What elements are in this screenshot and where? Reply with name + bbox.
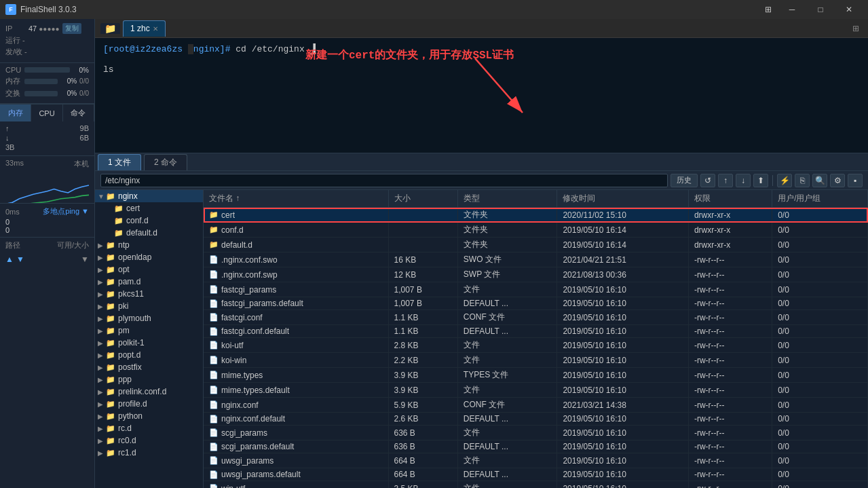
- col-perm[interactable]: 权限: [688, 190, 772, 208]
- tree-item[interactable]: 📁cert: [95, 202, 203, 214]
- table-row[interactable]: 📄 uwsgi_params.default 664 B DEFAULT ...…: [204, 468, 868, 481]
- chart-area: 33ms 本机 34 32.5 31: [0, 156, 94, 204]
- tree-item[interactable]: ▶📁openldap: [95, 251, 203, 263]
- table-row[interactable]: 📄 koi-win 2.2 KB 文件 2019/05/10 16:10 -rw…: [204, 353, 868, 368]
- maximize-button[interactable]: □: [807, 0, 834, 19]
- table-row[interactable]: 📄 fastcgi_params.default 1,007 B DEFAULT…: [204, 297, 868, 310]
- tree-item[interactable]: ▶📁polkit-1: [95, 337, 203, 349]
- tab-close-icon[interactable]: ✕: [153, 25, 158, 33]
- collapse-arrow[interactable]: ▼: [81, 255, 89, 264]
- close-button[interactable]: ✕: [835, 0, 863, 19]
- folder-icon: 📁: [106, 290, 115, 299]
- multiping-label[interactable]: 多地点ping ▼: [43, 206, 89, 217]
- tree-item[interactable]: ▶📁python: [95, 410, 203, 422]
- col-owner[interactable]: 用户/用户组: [772, 190, 868, 208]
- col-filename[interactable]: 文件名 ↑: [204, 190, 388, 208]
- tree-item[interactable]: ▶📁opt: [95, 263, 203, 276]
- status-area: IP 47 ●●●●● 复制 运行 - 发/收 -: [0, 19, 94, 63]
- tabbar-right: ⊞: [849, 22, 868, 35]
- table-row[interactable]: 📁 default.d 文件夹 2019/05/10 16:14 drwxr-x…: [204, 238, 868, 252]
- tree-item[interactable]: ▶📁rc1.d: [95, 447, 203, 459]
- download-button[interactable]: ↓: [736, 174, 751, 187]
- terminal[interactable]: [root@iz2zea6zs nginx]# cd /etc/nginx ▋ …: [95, 38, 868, 153]
- main-area: 📁 1 zhc ✕ ⊞ [root@iz2zea6zs nginx]# cd /…: [95, 19, 868, 488]
- table-row[interactable]: 📄 nginx.conf 5.9 KB CONF 文件 2021/03/21 1…: [204, 398, 868, 413]
- tree-item[interactable]: ▶📁prelink.conf.d: [95, 386, 203, 398]
- nav-storage-button[interactable]: 内存: [0, 104, 31, 121]
- terminal-button[interactable]: ▪: [848, 174, 863, 187]
- minimize-button[interactable]: ─: [778, 0, 806, 19]
- tree-item[interactable]: ▶📁pam.d: [95, 276, 203, 288]
- ip-row: IP 47 ●●●●● 复制: [5, 23, 89, 34]
- tree-item[interactable]: 📁default.d: [95, 227, 203, 239]
- cell-size: 5.9 KB: [388, 398, 457, 413]
- up-arrow[interactable]: ▲: [5, 255, 14, 264]
- table-row[interactable]: 📄 scgi_params.default 636 B DEFAULT ... …: [204, 440, 868, 453]
- col-type[interactable]: 类型: [457, 190, 557, 208]
- tree-item-label: opt: [118, 265, 130, 274]
- running-label: 运行 -: [5, 35, 26, 45]
- tree-item[interactable]: 📁conf.d: [95, 214, 203, 227]
- table-row[interactable]: 📄 nginx.conf.default 2.6 KB DEFAULT ... …: [204, 413, 868, 426]
- tree-item[interactable]: ▶📁rc.d: [95, 422, 203, 434]
- tree-item[interactable]: ▼📁nginx: [95, 190, 203, 202]
- tree-item[interactable]: ▶📁pki: [95, 300, 203, 312]
- settings-button[interactable]: ⚙: [830, 174, 845, 187]
- col-size[interactable]: 大小: [388, 190, 457, 208]
- table-row[interactable]: 📄 fastcgi.conf 1.1 KB CONF 文件 2019/05/10…: [204, 310, 868, 325]
- copy-button[interactable]: 复制: [62, 23, 81, 34]
- path-input[interactable]: [100, 174, 668, 187]
- tree-item-label: pki: [118, 301, 128, 311]
- copy-path-button[interactable]: ⎘: [795, 174, 810, 187]
- tree-item[interactable]: ▶📁pm: [95, 324, 203, 337]
- folder-icon: 📁: [106, 265, 115, 274]
- upload-button[interactable]: ↑: [718, 174, 733, 187]
- table-row[interactable]: 📄 scgi_params 636 B 文件 2019/05/10 16:10 …: [204, 426, 868, 440]
- cell-size: 3.9 KB: [388, 368, 457, 383]
- cell-modified: 2019/05/10 16:10: [557, 282, 688, 297]
- nav-cmd-button[interactable]: 命令: [63, 104, 94, 121]
- lightning-icon[interactable]: ⚡: [777, 174, 792, 187]
- table-row[interactable]: 📄 uwsgi_params 664 B 文件 2019/05/10 16:10…: [204, 453, 868, 468]
- nav-cpu-button[interactable]: CPU: [31, 104, 62, 121]
- history-button[interactable]: 历史: [671, 174, 698, 187]
- tree-item[interactable]: ▶📁plymouth: [95, 312, 203, 324]
- table-row[interactable]: 📄 .nginx.conf.swp 12 KB SWP 文件 2021/08/1…: [204, 267, 868, 282]
- table-row[interactable]: 📄 fastcgi.conf.default 1.1 KB DEFAULT ..…: [204, 325, 868, 338]
- grid-layout-icon[interactable]: ⊞: [759, 0, 777, 19]
- tree-item[interactable]: ▶📁postfix: [95, 361, 203, 373]
- refresh-button[interactable]: ↺: [700, 174, 715, 187]
- tree-item[interactable]: ▶📁popt.d: [95, 349, 203, 361]
- table-row[interactable]: 📁 conf.d 文件夹 2019/05/10 16:14 drwxr-xr-x…: [204, 223, 868, 238]
- cell-modified: 2019/05/10 16:10: [557, 413, 688, 426]
- down-arrow[interactable]: ▼: [16, 255, 24, 264]
- filename-label: koi-win: [221, 356, 246, 365]
- cell-modified: 2019/05/10 16:10: [557, 426, 688, 440]
- col-modified[interactable]: 修改时间: [557, 190, 688, 208]
- tree-item[interactable]: ▶📁rc0.d: [95, 434, 203, 447]
- table-row[interactable]: 📁 cert 文件夹 2020/11/02 15:10 drwxr-xr-x 0…: [204, 208, 868, 223]
- fm-tab-commands[interactable]: 2 命令: [144, 154, 187, 170]
- tree-item[interactable]: ▶📁profile.d: [95, 398, 203, 410]
- table-row[interactable]: 📄 .nginx.conf.swo 16 KB SWO 文件 2021/04/2…: [204, 252, 868, 267]
- search-button[interactable]: 🔍: [812, 174, 827, 187]
- table-row[interactable]: 📄 fastcgi_params 1,007 B 文件 2019/05/10 1…: [204, 282, 868, 297]
- cell-filename: 📄 scgi_params.default: [204, 440, 388, 453]
- tree-item[interactable]: ▶📁pkcs11: [95, 288, 203, 300]
- tab-zhc[interactable]: 1 zhc ✕: [123, 20, 166, 37]
- table-row[interactable]: 📄 koi-utf 2.8 KB 文件 2019/05/10 16:10 -rw…: [204, 338, 868, 353]
- cell-perm: -rw-r--r--: [688, 440, 772, 453]
- folder-tab-icon[interactable]: 📁: [100, 23, 120, 34]
- table-row[interactable]: 📄 mime.types 3.9 KB TYPES 文件 2019/05/10 …: [204, 368, 868, 383]
- table-row[interactable]: 📄 mime.types.default 3.9 KB 文件 2019/05/1…: [204, 383, 868, 398]
- new-folder-button[interactable]: ⬆: [753, 174, 768, 187]
- cell-type: 文件: [457, 353, 557, 368]
- cell-filename: 📄 fastcgi_params.default: [204, 297, 388, 310]
- terminal-line: [root@iz2zea6zs nginx]# cd /etc/nginx ▋: [103, 43, 860, 54]
- tree-item[interactable]: ▶📁ppp: [95, 373, 203, 386]
- layout-icon[interactable]: ⊞: [849, 22, 863, 35]
- tree-item[interactable]: ▶📁ntp: [95, 239, 203, 251]
- table-row[interactable]: 📄 win-utf 3.5 KB 文件 2019/05/10 16:10 -rw…: [204, 481, 868, 489]
- fm-tab-files[interactable]: 1 文件: [98, 154, 141, 170]
- folder-icon: 📁: [106, 302, 115, 311]
